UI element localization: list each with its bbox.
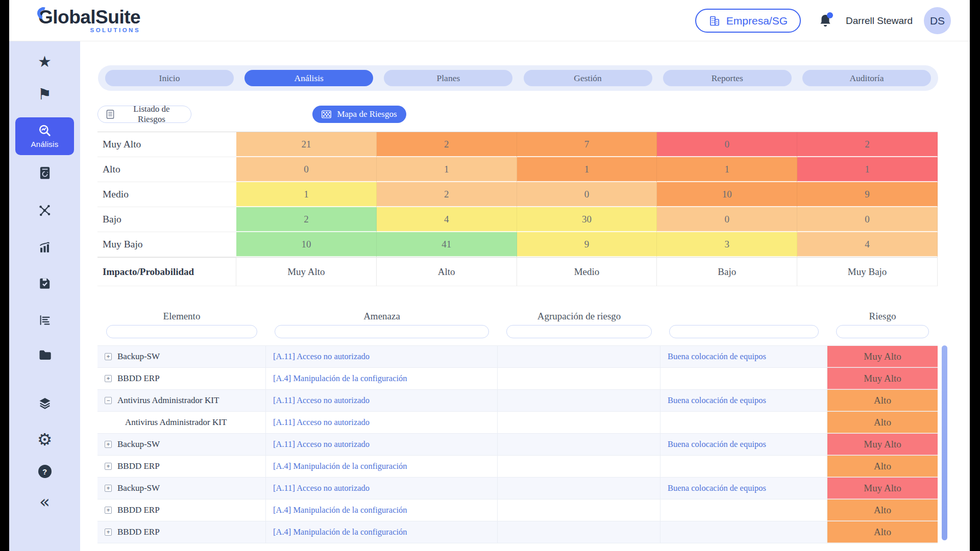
matrix-cell[interactable]: 21 <box>236 132 377 157</box>
expand-toggle[interactable]: + <box>105 507 112 514</box>
agrupacion-equipos-link[interactable]: Buena colocación de equipos <box>668 483 766 493</box>
matrix-cell[interactable]: 1 <box>797 157 938 182</box>
matrix-col-label: Bajo <box>657 257 797 286</box>
tab-reportes[interactable]: Reportes <box>663 70 792 86</box>
brand-logo[interactable]: GlobalSuite SOLUTIONS <box>38 8 140 33</box>
table-row: +Backup-SW[A.11] Acceso no autorizadoBue… <box>97 477 938 499</box>
matrix-cell[interactable]: 9 <box>517 232 657 257</box>
expand-toggle[interactable]: + <box>105 375 112 382</box>
agrupacion-equipos-link[interactable]: Buena colocación de equipos <box>668 395 766 406</box>
tab-auditoria[interactable]: Auditoría <box>802 70 931 86</box>
matrix-cell[interactable]: 9 <box>797 182 938 207</box>
risk-table-filters <box>97 324 938 339</box>
sidebar-item-help[interactable]: ? <box>9 464 80 479</box>
amenaza-link[interactable]: [A.4] Manipulación de la configuración <box>273 505 407 515</box>
filter-input-extra[interactable] <box>669 325 819 338</box>
matrix-cell[interactable]: 0 <box>797 207 938 232</box>
matrix-cell[interactable]: 1 <box>377 157 517 182</box>
matrix-col-label: Muy Alto <box>236 257 377 286</box>
matrix-cell[interactable]: 41 <box>377 232 517 257</box>
agrupacion-equipos-link[interactable]: Buena colocación de equipos <box>668 352 766 362</box>
amenaza-link[interactable]: [A.4] Manipulación de la configuración <box>273 461 407 471</box>
filter-input-riesgo[interactable] <box>836 325 929 338</box>
matrix-cell[interactable]: 2 <box>236 207 377 232</box>
amenaza-link[interactable]: [A.11] Acceso no autorizado <box>273 417 370 428</box>
tab-planes[interactable]: Planes <box>384 70 512 86</box>
amenaza-link[interactable]: [A.4] Manipulación de la configuración <box>273 373 407 384</box>
filter-input-amenaza[interactable] <box>275 325 489 338</box>
cell-extra: Buena colocación de equipos <box>660 434 827 455</box>
sidebar-item-analisis[interactable]: Análisis <box>15 117 74 155</box>
expand-toggle[interactable]: + <box>105 353 112 360</box>
expand-toggle[interactable]: + <box>105 485 112 492</box>
app-root: GlobalSuite SOLUTIONS Empresa/SG <box>0 0 980 551</box>
notification-dot <box>827 12 833 18</box>
riesgo-cell: Alto <box>827 456 938 477</box>
matrix-cell[interactable]: 30 <box>517 207 657 232</box>
matrix-cell[interactable]: 0 <box>657 132 797 157</box>
expand-toggle[interactable]: + <box>105 441 112 448</box>
matrix-cell[interactable]: 4 <box>797 232 938 257</box>
riesgo-cell: Alto <box>827 412 938 433</box>
sidebar-item-layers[interactable] <box>9 395 80 412</box>
avatar[interactable]: DS <box>924 7 951 34</box>
sidebar-collapse-button[interactable]: « <box>9 493 80 510</box>
matrix-cell[interactable]: 7 <box>517 132 657 157</box>
table-scrollbar[interactable] <box>942 345 947 540</box>
amenaza-link[interactable]: [A.11] Acceso no autorizado <box>273 395 370 406</box>
cell-elemento: +BBDD ERP <box>97 499 266 521</box>
amenaza-link[interactable]: [A.11] Acceso no autorizado <box>273 483 370 493</box>
matrix-cell[interactable]: 0 <box>517 182 657 207</box>
cell-amenaza: [A.4] Manipulación de la configuración <box>266 368 498 389</box>
filter-input-agrupacion[interactable] <box>506 325 652 338</box>
filter-input-elemento[interactable] <box>106 325 257 338</box>
matrix-cell[interactable]: 1 <box>236 182 377 207</box>
sidebar-item-network[interactable] <box>9 203 80 218</box>
expand-toggle[interactable]: + <box>105 529 112 536</box>
org-selector-button[interactable]: Empresa/SG <box>695 9 801 33</box>
amenaza-link[interactable]: [A.4] Manipulación de la configuración <box>273 527 407 537</box>
table-row: +BBDD ERP[A.4] Manipulación de la config… <box>97 521 938 543</box>
matrix-cell[interactable]: 0 <box>236 157 377 182</box>
sidebar-item-reports[interactable] <box>9 239 80 255</box>
riesgo-cell: Alto <box>827 390 938 411</box>
sidebar-item-documents[interactable] <box>9 346 80 363</box>
matrix-cell[interactable]: 3 <box>657 232 797 257</box>
sidebar-item-journal[interactable] <box>9 165 80 181</box>
tab-listado-de-riesgos[interactable]: Listado de Riesgos <box>97 106 191 123</box>
sidebar-item-favorites[interactable]: ★ <box>9 55 80 69</box>
tab-inicio[interactable]: Inicio <box>105 70 234 86</box>
sidebar-item-outline[interactable] <box>9 312 80 328</box>
amenaza-link[interactable]: [A.11] Acceso no autorizado <box>273 439 370 449</box>
elemento-label: BBDD ERP <box>117 461 160 471</box>
matrix-cell[interactable]: 2 <box>377 182 517 207</box>
notifications-button[interactable] <box>818 13 832 29</box>
tab-gestion[interactable]: Gestión <box>524 70 652 86</box>
sidebar-item-tasks[interactable] <box>9 276 80 291</box>
matrix-cell[interactable]: 2 <box>377 132 517 157</box>
sidebar-item-flags[interactable]: ⚑ <box>9 87 80 102</box>
amenaza-link[interactable]: [A.11] Acceso no autorizado <box>273 352 370 362</box>
table-row: +Backup-SW[A.11] Acceso no autorizadoBue… <box>97 433 938 455</box>
cell-agrupacion <box>498 434 660 455</box>
matrix-cell[interactable]: 4 <box>377 207 517 232</box>
tab-mapa-de-riesgos[interactable]: Mapa de Riesgos <box>312 106 406 123</box>
journal-sync-icon <box>38 166 52 180</box>
matrix-cell[interactable]: 0 <box>657 207 797 232</box>
matrix-cell[interactable]: 10 <box>236 232 377 257</box>
matrix-cell[interactable]: 1 <box>657 157 797 182</box>
filter-cell <box>97 324 266 339</box>
table-row: +BBDD ERP[A.4] Manipulación de la config… <box>97 499 938 521</box>
expand-toggle[interactable]: + <box>105 463 112 470</box>
subtab-label: Mapa de Riesgos <box>337 109 397 119</box>
tab-analisis[interactable]: Análisis <box>244 70 373 86</box>
sidebar-item-settings[interactable]: ⚙ <box>9 431 80 447</box>
matrix-cell[interactable]: 1 <box>517 157 657 182</box>
matrix-cell[interactable]: 10 <box>657 182 797 207</box>
expand-toggle[interactable]: − <box>105 397 112 404</box>
matrix-cell[interactable]: 2 <box>797 132 938 157</box>
agrupacion-equipos-link[interactable]: Buena colocación de equipos <box>668 439 766 449</box>
collapse-chevrons-icon: « <box>39 493 50 510</box>
filter-cell <box>266 324 498 339</box>
cell-elemento: +BBDD ERP <box>97 368 266 389</box>
